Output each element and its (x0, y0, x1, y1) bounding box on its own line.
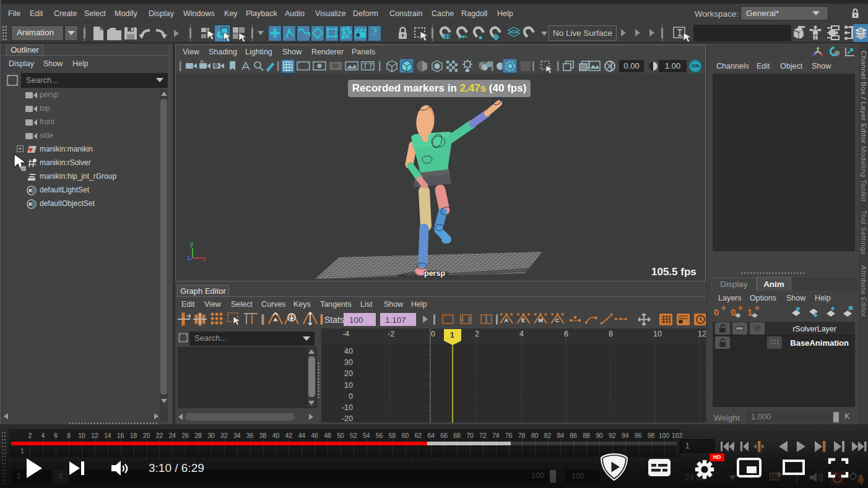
svg-text:1: 1 (450, 331, 454, 340)
svg-text:6: 6 (564, 330, 568, 338)
svg-text:y: y (190, 241, 194, 247)
svg-text:z: z (187, 254, 190, 261)
svg-text:2: 2 (475, 330, 479, 338)
svg-text:x: x (202, 255, 206, 262)
svg-text:0: 0 (349, 392, 353, 401)
svg-text:100: 100 (349, 315, 363, 325)
svg-text:-2: -2 (388, 330, 394, 338)
svg-text:12: 12 (698, 330, 706, 338)
svg-text:0: 0 (431, 330, 435, 338)
svg-text:4: 4 (519, 330, 524, 338)
svg-text:8: 8 (609, 330, 613, 338)
svg-text:Stats: Stats (324, 315, 344, 325)
svg-text:30: 30 (344, 358, 353, 367)
svg-text:10: 10 (653, 330, 662, 338)
svg-text:40: 40 (344, 347, 353, 356)
svg-text:C: C (555, 317, 560, 323)
svg-text:persp: persp (424, 269, 445, 278)
svg-text:10: 10 (344, 381, 353, 390)
svg-text:E: E (521, 317, 525, 323)
svg-text:1.107: 1.107 (385, 315, 406, 325)
svg-text:0: 0 (714, 307, 719, 317)
svg-text:20: 20 (344, 369, 353, 378)
svg-text:A: A (505, 317, 509, 323)
svg-text:M: M (539, 317, 544, 323)
svg-text:0: 0 (731, 307, 736, 317)
svg-text:-20: -20 (342, 414, 353, 422)
svg-text:1: 1 (747, 307, 752, 317)
svg-text:-4: -4 (342, 330, 349, 338)
svg-text:-10: -10 (342, 403, 353, 412)
